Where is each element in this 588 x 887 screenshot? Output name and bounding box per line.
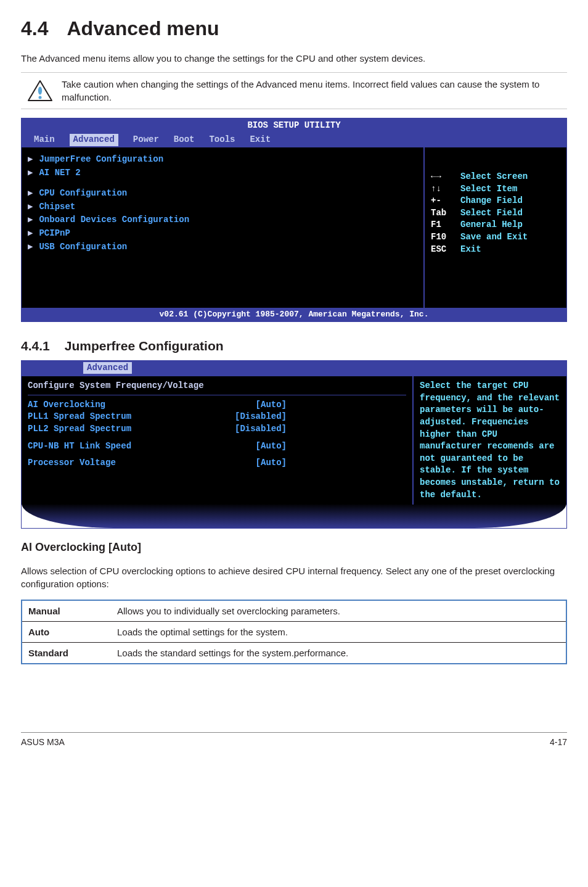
menu-chipset[interactable]: ▶Chipset <box>28 201 417 213</box>
row-cpu-nb-ht[interactable]: CPU-NB HT Link Speed <box>28 440 131 453</box>
subsection-title: 4.4.1Jumperfree Configuration <box>21 337 567 355</box>
bios-jumperfree-window: Advanced Configure System Frequency/Volt… <box>21 360 567 529</box>
intro-text: The Advanced menu items allow you to cha… <box>21 52 567 65</box>
tab-main[interactable]: Main <box>34 134 55 146</box>
submenu-icon: ▶ <box>28 201 33 213</box>
submenu-icon: ▶ <box>28 167 33 179</box>
section-number: 4.4 <box>21 15 48 43</box>
table-row: StandardLoads the standard settings for … <box>22 643 566 664</box>
svg-point-2 <box>39 96 42 99</box>
tab-boot[interactable]: Boot <box>174 134 195 146</box>
footer-page: 4-17 <box>550 736 567 749</box>
bios2-title: Configure System Frequency/Voltage <box>28 380 406 395</box>
submenu-icon: ▶ <box>28 214 33 226</box>
page-title: 4.4Advanced menu <box>21 15 567 43</box>
warning-icon <box>21 78 59 104</box>
bios-main-window: BIOS SETUP UTILITY Main Advanced Power B… <box>21 118 567 322</box>
submenu-icon: ▶ <box>28 154 33 166</box>
footer-model: ASUS M3A <box>21 736 65 749</box>
subsection-number: 4.4.1 <box>21 337 50 355</box>
caution-text: Take caution when changing the settings … <box>59 78 567 104</box>
row-pll1[interactable]: PLL1 Spread Spectrum <box>28 411 131 423</box>
svg-point-1 <box>38 86 42 94</box>
menu-onboard[interactable]: ▶Onboard Devices Configuration <box>28 214 417 226</box>
menu-usb-config[interactable]: ▶USB Configuration <box>28 241 417 254</box>
submenu-icon: ▶ <box>28 241 33 254</box>
bios-key-help: ←→Select Screen ↑↓Select Item +-Change F… <box>431 171 560 255</box>
bios2-help-text: Select the target CPU frequency, and the… <box>412 376 566 505</box>
page-footer: ASUS M3A 4-17 <box>21 732 567 749</box>
tab-advanced[interactable]: Advanced <box>83 362 132 374</box>
row-ai-overclocking[interactable]: AI Overclocking <box>28 399 105 411</box>
submenu-icon: ▶ <box>28 188 33 200</box>
menu-jumperfree[interactable]: ▶JumperFree Configuration <box>28 154 417 166</box>
bios-tabs: Main Advanced Power Boot Tools Exit <box>22 133 566 147</box>
tab-exit[interactable]: Exit <box>250 134 271 146</box>
menu-cpu-config[interactable]: ▶CPU Configuration <box>28 188 417 200</box>
subsection-name: Jumperfree Configuration <box>65 339 224 353</box>
tab-power[interactable]: Power <box>133 134 159 146</box>
ai-overclocking-text: Allows selection of CPU overclocking opt… <box>21 564 567 590</box>
table-row: AutoLoads the optimal settings for the s… <box>22 622 566 643</box>
menu-ainet2[interactable]: ▶AI NET 2 <box>28 167 417 179</box>
tab-tools[interactable]: Tools <box>209 134 235 146</box>
section-title: Advanced menu <box>67 17 219 39</box>
bios2-bottom-curve <box>22 503 566 528</box>
menu-pcipnp[interactable]: ▶PCIPnP <box>28 228 417 240</box>
row-pll2[interactable]: PLL2 Spread Spectrum <box>28 423 131 435</box>
options-table: ManualAllows you to individually set ove… <box>21 600 567 664</box>
ai-overclocking-heading: AI Overclocking [Auto] <box>21 540 567 555</box>
bios-footer: v02.61 (C)Copyright 1985-2007, American … <box>22 308 566 321</box>
bios-header: BIOS SETUP UTILITY <box>22 118 566 133</box>
row-processor-voltage[interactable]: Processor Voltage <box>28 457 116 469</box>
table-row: ManualAllows you to individually set ove… <box>22 600 566 622</box>
caution-box: Take caution when changing the settings … <box>21 72 567 109</box>
tab-advanced[interactable]: Advanced <box>70 134 118 146</box>
submenu-icon: ▶ <box>28 228 33 240</box>
